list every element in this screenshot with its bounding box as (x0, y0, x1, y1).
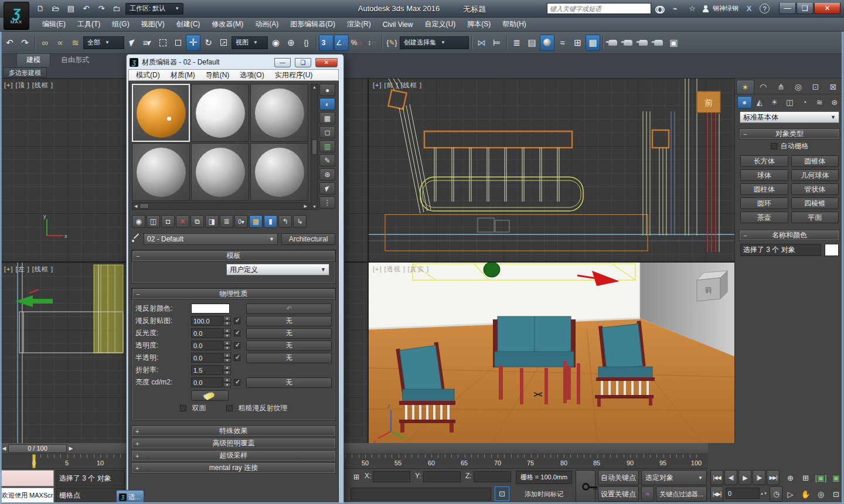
zoom-extents-icon[interactable]: [▣] (814, 470, 828, 485)
viewport-front[interactable]: [+] [前 ] [线框 ] (369, 79, 734, 261)
render-in-cloud-icon[interactable] (651, 35, 666, 51)
tab-create-icon[interactable]: ✶ (736, 80, 754, 94)
get-material-icon[interactable]: ◉ (132, 215, 145, 228)
show-end-result-icon[interactable]: ▮ (264, 215, 277, 228)
primitive-cylinder-button[interactable]: 圆柱体 (740, 183, 788, 195)
select-object-icon[interactable]: ◤ (125, 35, 139, 51)
select-and-scale-icon[interactable]: ↗ (216, 35, 231, 51)
next-frame-button[interactable]: ||▶ (753, 470, 765, 485)
raw-diffuse-texture-checkbox[interactable] (226, 405, 233, 411)
menu-rendering[interactable]: 渲染(R) (341, 17, 377, 32)
material-type-button[interactable]: Architectural (281, 233, 335, 245)
menu-create[interactable]: 创建(C) (171, 17, 206, 32)
select-and-rotate-icon[interactable]: ↻ (201, 35, 216, 51)
menu-animation[interactable]: 动画(A) (249, 17, 284, 32)
me-menu-utilities[interactable]: 实用程序(U) (270, 69, 318, 81)
translucency-spinner[interactable]: 0.0▲▼ (191, 353, 231, 363)
orbit-icon[interactable]: ◎ (814, 486, 828, 502)
undo-icon[interactable]: ↶ (80, 2, 93, 15)
put-material-to-scene-icon[interactable]: ◫ (147, 215, 160, 228)
advanced-lighting-override-rollout[interactable]: + 高级照明覆盖 (132, 438, 335, 448)
current-frame-field[interactable] (726, 488, 760, 499)
undo-scene-icon[interactable]: ↶ (2, 35, 17, 51)
object-name-field[interactable]: 选择了 3 个 对象 (740, 244, 821, 256)
align-icon[interactable]: ⊨ (489, 35, 504, 51)
save-file-icon[interactable]: ▤ (64, 2, 77, 15)
slots-horizontal-scrollbar[interactable]: ◀ ▶ (132, 202, 309, 210)
layer-manager-icon[interactable]: ▤ (525, 35, 539, 51)
ribbon-tab-modeling[interactable]: 建模 (16, 53, 50, 67)
assign-material-to-selection-icon[interactable]: ◘ (161, 215, 175, 228)
zoom-icon[interactable]: ⊕ (783, 470, 798, 485)
menu-customize[interactable]: 自定义(U) (418, 17, 461, 32)
project-folder-icon[interactable]: 🗀 (110, 2, 123, 15)
reference-coordinate-dropdown[interactable]: 视图▼ (232, 36, 268, 49)
sample-slot-5[interactable] (191, 143, 249, 201)
menu-modifiers[interactable]: 修改器(M) (206, 17, 249, 32)
make-material-copy-icon[interactable]: ⧉ (190, 215, 204, 228)
username[interactable]: 钢神绿钢 (713, 4, 738, 13)
luminance-checkbox[interactable] (234, 379, 240, 386)
select-by-material-icon[interactable]: ◤ (319, 182, 335, 195)
viewport-left-label[interactable]: [+] [左 ] [线框 ] (4, 265, 53, 274)
translucency-checkbox[interactable] (234, 355, 240, 361)
user-account-icon[interactable] (703, 5, 709, 12)
new-file-icon[interactable]: 🗋 (34, 2, 47, 15)
viewport-perspective[interactable]: [+] [透视 ] [真实 ] (369, 263, 734, 443)
sample-type-icon[interactable]: ● (319, 84, 335, 96)
isolate-selection-toggle[interactable]: ⊡ (495, 486, 509, 501)
tab-display-icon[interactable]: ⊡ (807, 80, 824, 94)
selection-set-dropdown[interactable]: 选定对象 ▼ (641, 470, 707, 485)
sample-uv-tiling-icon[interactable]: ◻ (319, 126, 335, 138)
menu-group[interactable]: 组(G) (106, 17, 135, 32)
menu-tools[interactable]: 工具(T) (72, 17, 106, 32)
x-coordinate-field[interactable] (373, 471, 410, 482)
pick-material-eyedropper-icon[interactable] (132, 234, 140, 244)
category-spacewarps-icon[interactable]: ≋ (812, 96, 827, 108)
tab-utilities-icon[interactable]: ⊠ (825, 80, 842, 94)
bind-to-space-warp-icon[interactable]: ≋ (68, 35, 83, 51)
material-id-channel-icon[interactable]: 0▾ (234, 215, 248, 228)
auto-key-button[interactable]: 自动关键点 (598, 470, 639, 485)
primitive-pyramid-button[interactable]: 四棱锥 (791, 197, 839, 209)
tab-motion-icon[interactable]: ◎ (789, 80, 806, 94)
maxscript-mini-listener[interactable] (0, 470, 54, 486)
sample-slot-3[interactable] (250, 84, 308, 142)
selection-lock-icon[interactable]: ⊞ (350, 471, 362, 483)
category-lights-icon[interactable]: ☀ (767, 96, 782, 108)
primitive-teapot-button[interactable]: 茶壶 (740, 212, 788, 223)
scroll-right-icon[interactable]: ▶ (302, 204, 309, 209)
named-selection-dropdown[interactable]: 创建选择集▼ (400, 36, 469, 49)
special-effects-rollout[interactable]: + 特殊效果 (132, 426, 335, 436)
category-systems-icon[interactable]: ⊛ (827, 96, 842, 108)
slots-vertical-scrollbar[interactable]: ▲ ▼ (311, 84, 318, 210)
options-icon[interactable]: ⊛ (319, 168, 335, 181)
category-helpers-icon[interactable]: ◔ (797, 96, 812, 108)
select-and-move-icon[interactable]: ✛ (186, 35, 200, 51)
close-button[interactable]: ✕ (814, 3, 840, 14)
selection-filter-dropdown[interactable]: 全部▼ (83, 36, 124, 49)
luminance-spinner[interactable]: 0.0▲▼ (191, 377, 231, 387)
edit-named-selections-icon[interactable]: {✎} (384, 35, 399, 51)
primitive-torus-button[interactable]: 圆环 (740, 197, 788, 209)
dialog-close-button[interactable]: ✕ (315, 58, 338, 67)
workspace-dropdown[interactable]: 工作区: 默认 ▼ (125, 3, 183, 15)
open-file-icon[interactable]: 🗁 (49, 2, 62, 15)
physical-qualities-header[interactable]: − 物理性质 (132, 289, 335, 299)
angle-snap-icon[interactable]: ∠∩ (334, 35, 349, 51)
menu-graph-editors[interactable]: 图形编辑器(D) (284, 17, 341, 32)
time-configuration-button[interactable]: ◷ (770, 486, 782, 502)
category-cameras-icon[interactable]: ◫ (782, 96, 797, 108)
ior-spinner[interactable]: 1.5▲▼ (191, 365, 231, 375)
percent-snap-icon[interactable]: %∩ (349, 35, 364, 51)
translucency-map-button[interactable]: 无 (246, 353, 332, 363)
render-setup-icon[interactable]: ▦ (586, 35, 600, 51)
frame-spinner[interactable]: ▲▼ (760, 488, 767, 499)
toggle-set-key-mode-button[interactable] (576, 470, 595, 503)
diffuse-map-checkbox[interactable] (234, 318, 240, 324)
sample-slot-6[interactable] (250, 143, 308, 201)
menu-views[interactable]: 视图(V) (135, 17, 171, 32)
go-to-start-button[interactable]: |◀◀ (710, 470, 723, 485)
unlink-selection-icon[interactable]: ∝ (53, 35, 67, 51)
search-input[interactable] (547, 3, 651, 14)
